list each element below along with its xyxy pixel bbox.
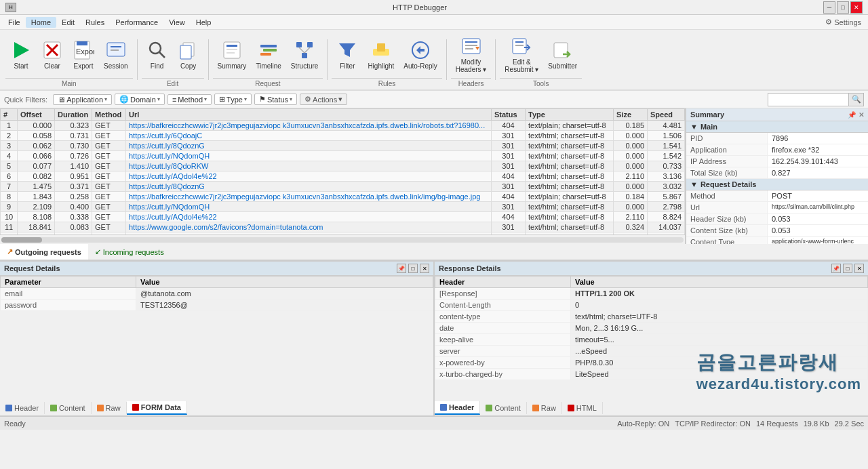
response-pin-button[interactable]: 📌 [831, 264, 841, 273]
summary-close-icon[interactable]: ✕ [859, 111, 864, 119]
menu-edit[interactable]: Edit [56, 17, 80, 28]
pin-icon[interactable]: 📌 [848, 111, 856, 119]
clear-button[interactable]: Clear [37, 32, 68, 77]
settings-button[interactable]: ⚙ Settings [821, 16, 865, 28]
req-tab-header[interactable]: Header [0, 402, 45, 414]
cell-url[interactable]: https://cutt.ly/6QdoajC [126, 131, 492, 141]
table-row[interactable]: 7 1.475 0.371 GET https://cutt.ly/8Qdozn… [1, 182, 685, 192]
timeline-button[interactable]: Timeline [251, 32, 285, 77]
type-icon: ⊞ [219, 95, 225, 104]
cell-url[interactable]: https://cutt.ly/NQdomQH [126, 151, 492, 161]
minimize-button[interactable]: ─ [823, 1, 835, 14]
table-row[interactable]: 8 1.843 0.258 GET https://bafkreicczhcww… [1, 192, 685, 202]
table-row[interactable]: 6 0.082 0.951 GET https://cutt.ly/AQdol4… [1, 171, 685, 182]
copy-button[interactable]: Copy [173, 32, 204, 77]
modifyheaders-button[interactable]: ModifyHeaders ▾ [451, 32, 492, 77]
response-maximize-button[interactable]: □ [843, 264, 852, 273]
cell-url[interactable]: https://cutt.ly/8QdoznG [126, 182, 492, 192]
table-row[interactable]: 9 2.109 0.400 GET https://cutt.ly/NQdomQ… [1, 202, 685, 212]
url-link[interactable]: https://cutt.ly/8QdoznG [129, 142, 205, 150]
cell-speed: 1.542 [648, 151, 685, 161]
export-button[interactable]: Export Export [68, 32, 99, 77]
tab-outgoing-requests[interactable]: ↗ Outgoing requests [0, 244, 88, 260]
actions-button[interactable]: ⚙ Actions ▾ [300, 94, 347, 105]
resp-tab-header[interactable]: Header [435, 401, 480, 415]
start-button[interactable]: Start [5, 32, 37, 77]
req-tab-raw[interactable]: Raw [92, 402, 127, 414]
summary-request-header[interactable]: ▼ Request Details [686, 179, 868, 190]
resp-tab-content[interactable]: Content [480, 402, 527, 414]
close-button[interactable]: ✕ [850, 1, 863, 14]
svg-rect-28 [377, 43, 385, 52]
menu-bar: File Home Edit Rules Performance View He… [0, 15, 868, 30]
resp-val-x-turbo: LiteSpeed [571, 369, 868, 380]
filter-domain[interactable]: 🌐 Domain ▾ [115, 94, 165, 105]
cell-url[interactable]: https://bafkreicczhcwwic7jr2jc3mpegujazv… [126, 192, 492, 202]
filter-button[interactable]: Filter [332, 32, 363, 77]
highlight-button[interactable]: Highlight [363, 32, 399, 77]
request-pin-button[interactable]: 📌 [397, 264, 406, 273]
clear-label: Clear [44, 62, 60, 70]
scroll-thumb[interactable] [1, 237, 42, 243]
filter-application[interactable]: 🖥 Application ▾ [53, 94, 112, 105]
menu-view[interactable]: View [163, 17, 191, 28]
cell-url[interactable]: https://cutt.ly/AQdol4e%22 [126, 212, 492, 222]
url-link[interactable]: https://cutt.ly/AQdol4e%22 [129, 172, 217, 180]
menu-rules[interactable]: Rules [80, 17, 110, 28]
req-tab-formdata[interactable]: FORM Data [127, 401, 187, 415]
autoreply-button[interactable]: Auto-Reply [399, 32, 441, 77]
find-button[interactable]: Find [142, 32, 173, 77]
restore-button[interactable]: □ [837, 1, 849, 14]
table-row[interactable]: 1 0.000 0.323 GET https://bafkreicczhcww… [1, 121, 685, 131]
table-row[interactable]: 10 8.108 0.338 GET https://cutt.ly/AQdol… [1, 212, 685, 222]
cell-url[interactable]: https://cutt.ly/8QdoznG [126, 141, 492, 151]
structure-button[interactable]: Structure [286, 32, 323, 77]
editresubmit-button[interactable]: Edit &Resubmit ▾ [500, 32, 543, 77]
resp-tab-html[interactable]: HTML [562, 402, 603, 414]
cell-status: 404 [492, 192, 526, 202]
response-close-button[interactable]: ✕ [854, 264, 864, 273]
submitter-button[interactable]: Submitter [543, 32, 582, 77]
table-row[interactable]: 4 0.066 0.726 GET https://cutt.ly/NQdomQ… [1, 151, 685, 161]
request-close-button[interactable]: ✕ [420, 264, 429, 273]
summary-main-label: Main [701, 123, 717, 131]
cell-url[interactable]: https://bafkreicczhcwwic7jr2jc3mpegujazv… [126, 121, 492, 131]
summary-button[interactable]: Summary [213, 32, 252, 77]
search-button[interactable]: 🔍 [849, 93, 864, 106]
cell-url[interactable]: https://www.google.com/s2/favicons?domai… [126, 222, 492, 232]
title-bar-controls[interactable]: ─ □ ✕ [823, 1, 863, 14]
resp-tab-raw[interactable]: Raw [527, 402, 562, 414]
cell-url[interactable]: https://cutt.ly/8QdoRKW [126, 161, 492, 171]
url-link[interactable]: https://cutt.ly/6QdoajC [129, 131, 202, 140]
menu-performance[interactable]: Performance [110, 17, 163, 28]
filter-method[interactable]: ≡ Method ▾ [167, 94, 212, 105]
url-link[interactable]: https://cutt.ly/AQdol4e%22 [129, 213, 217, 221]
menu-home[interactable]: Home [26, 17, 56, 28]
filter-type[interactable]: ⊞ Type ▾ [214, 94, 252, 105]
request-maximize-button[interactable]: □ [408, 264, 418, 273]
req-tab-content[interactable]: Content [45, 402, 92, 414]
svg-rect-31 [465, 41, 477, 43]
url-link[interactable]: https://cutt.ly/NQdomQH [129, 152, 210, 160]
cell-url[interactable]: https://cutt.ly/NQdomQH [126, 202, 492, 212]
horizontal-scrollbar[interactable] [0, 234, 685, 244]
table-row[interactable]: 3 0.062 0.730 GET https://cutt.ly/8Qdozn… [1, 141, 685, 151]
url-link[interactable]: https://www.google.com/s2/favicons?domai… [129, 223, 323, 231]
filter-status[interactable]: ⚑ Status ▾ [254, 94, 297, 105]
url-link[interactable]: https://cutt.ly/8QdoRKW [129, 162, 208, 170]
cell-url[interactable]: https://cutt.ly/AQdol4e%22 [126, 171, 492, 182]
summary-main-header[interactable]: ▼ Main [686, 121, 868, 133]
tab-incoming-requests[interactable]: ↙ Incoming requests [88, 244, 171, 260]
table-scroll[interactable]: # Offset Duration Method Url Status Type… [0, 108, 685, 234]
session-button[interactable]: Session [99, 32, 133, 77]
search-input[interactable] [768, 93, 849, 106]
table-row[interactable]: 5 0.077 1.410 GET https://cutt.ly/8QdoRK… [1, 161, 685, 171]
table-row[interactable]: 11 18.841 0.083 GET https://www.google.c… [1, 222, 685, 232]
url-link[interactable]: https://bafkreicczhcwwic7jr2jc3mpegujazv… [129, 192, 480, 201]
url-link[interactable]: https://cutt.ly/NQdomQH [129, 203, 210, 211]
url-link[interactable]: https://bafkreicczhcwwic7jr2jc3mpegujazv… [129, 121, 485, 129]
menu-file[interactable]: File [3, 17, 26, 28]
menu-help[interactable]: Help [191, 17, 217, 28]
table-row[interactable]: 2 0.058 0.731 GET https://cutt.ly/6Qdoaj… [1, 131, 685, 141]
url-link[interactable]: https://cutt.ly/8QdoznG [129, 182, 205, 190]
